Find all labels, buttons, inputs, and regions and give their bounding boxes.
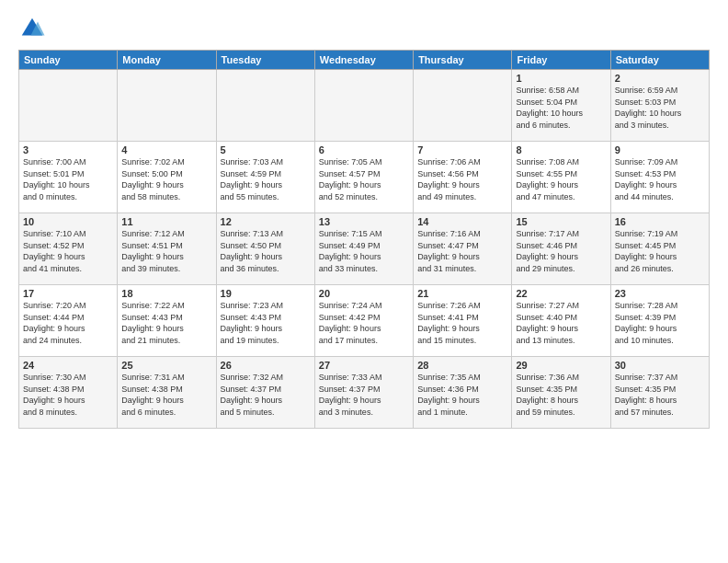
calendar: SundayMondayTuesdayWednesdayThursdayFrid…	[18, 50, 710, 429]
day-number: 26	[221, 360, 311, 371]
day-info: Sunrise: 7:30 AMSunset: 4:38 PMDaylight:…	[23, 372, 113, 418]
calendar-cell: 26Sunrise: 7:32 AMSunset: 4:37 PMDayligh…	[216, 357, 314, 429]
day-info: Sunrise: 6:59 AMSunset: 5:03 PMDaylight:…	[615, 85, 705, 131]
calendar-cell: 8Sunrise: 7:08 AMSunset: 4:55 PMDaylight…	[512, 142, 610, 213]
weekday-header-sunday: Sunday	[19, 51, 118, 70]
day-number: 23	[615, 288, 705, 299]
calendar-cell: 18Sunrise: 7:22 AMSunset: 4:43 PMDayligh…	[118, 285, 216, 357]
day-number: 16	[615, 216, 705, 227]
calendar-cell: 25Sunrise: 7:31 AMSunset: 4:38 PMDayligh…	[118, 357, 216, 429]
day-number: 3	[23, 144, 113, 155]
day-number: 28	[417, 360, 507, 371]
calendar-cell	[216, 70, 314, 142]
day-number: 1	[516, 73, 606, 84]
day-info: Sunrise: 7:10 AMSunset: 4:52 PMDaylight:…	[23, 228, 113, 274]
calendar-cell: 3Sunrise: 7:00 AMSunset: 5:01 PMDaylight…	[19, 142, 118, 213]
day-number: 10	[23, 216, 113, 227]
day-number: 12	[221, 216, 311, 227]
calendar-cell: 1Sunrise: 6:58 AMSunset: 5:04 PMDaylight…	[512, 70, 610, 142]
day-info: Sunrise: 7:13 AMSunset: 4:50 PMDaylight:…	[221, 228, 311, 274]
day-info: Sunrise: 7:27 AMSunset: 4:40 PMDaylight:…	[516, 300, 606, 346]
calendar-cell: 16Sunrise: 7:19 AMSunset: 4:45 PMDayligh…	[610, 213, 709, 285]
day-info: Sunrise: 7:17 AMSunset: 4:46 PMDaylight:…	[516, 228, 606, 274]
day-info: Sunrise: 7:08 AMSunset: 4:55 PMDaylight:…	[516, 156, 606, 202]
day-number: 27	[319, 360, 409, 371]
calendar-cell: 20Sunrise: 7:24 AMSunset: 4:42 PMDayligh…	[314, 285, 413, 357]
calendar-cell: 28Sunrise: 7:35 AMSunset: 4:36 PMDayligh…	[414, 357, 512, 429]
calendar-cell: 6Sunrise: 7:05 AMSunset: 4:57 PMDaylight…	[314, 142, 413, 213]
day-number: 11	[121, 216, 211, 227]
day-info: Sunrise: 7:16 AMSunset: 4:47 PMDaylight:…	[417, 228, 507, 274]
day-number: 29	[516, 360, 606, 371]
week-row-5: 24Sunrise: 7:30 AMSunset: 4:38 PMDayligh…	[19, 357, 710, 429]
day-number: 20	[319, 288, 409, 299]
day-info: Sunrise: 7:06 AMSunset: 4:56 PMDaylight:…	[417, 156, 507, 202]
day-number: 7	[417, 144, 507, 155]
calendar-cell: 7Sunrise: 7:06 AMSunset: 4:56 PMDaylight…	[414, 142, 512, 213]
calendar-cell: 4Sunrise: 7:02 AMSunset: 5:00 PMDaylight…	[118, 142, 216, 213]
logo-icon	[18, 15, 46, 42]
logo	[18, 15, 50, 42]
calendar-cell: 29Sunrise: 7:36 AMSunset: 4:35 PMDayligh…	[512, 357, 610, 429]
calendar-cell: 23Sunrise: 7:28 AMSunset: 4:39 PMDayligh…	[610, 285, 709, 357]
weekday-header-saturday: Saturday	[610, 51, 709, 70]
day-info: Sunrise: 7:33 AMSunset: 4:37 PMDaylight:…	[319, 372, 409, 418]
day-number: 2	[615, 73, 705, 84]
calendar-cell: 11Sunrise: 7:12 AMSunset: 4:51 PMDayligh…	[118, 213, 216, 285]
day-info: Sunrise: 7:20 AMSunset: 4:44 PMDaylight:…	[23, 300, 113, 346]
day-number: 15	[516, 216, 606, 227]
day-info: Sunrise: 7:32 AMSunset: 4:37 PMDaylight:…	[221, 372, 311, 418]
day-info: Sunrise: 7:05 AMSunset: 4:57 PMDaylight:…	[319, 156, 409, 202]
calendar-cell: 9Sunrise: 7:09 AMSunset: 4:53 PMDaylight…	[610, 142, 709, 213]
calendar-cell: 2Sunrise: 6:59 AMSunset: 5:03 PMDaylight…	[610, 70, 709, 142]
day-info: Sunrise: 7:31 AMSunset: 4:38 PMDaylight:…	[121, 372, 211, 418]
day-info: Sunrise: 7:03 AMSunset: 4:59 PMDaylight:…	[221, 156, 311, 202]
day-info: Sunrise: 7:22 AMSunset: 4:43 PMDaylight:…	[121, 300, 211, 346]
day-number: 19	[221, 288, 311, 299]
day-number: 17	[23, 288, 113, 299]
day-number: 14	[417, 216, 507, 227]
weekday-header-row: SundayMondayTuesdayWednesdayThursdayFrid…	[19, 51, 710, 70]
day-number: 24	[23, 360, 113, 371]
day-info: Sunrise: 7:26 AMSunset: 4:41 PMDaylight:…	[417, 300, 507, 346]
day-info: Sunrise: 7:24 AMSunset: 4:42 PMDaylight:…	[319, 300, 409, 346]
day-number: 13	[319, 216, 409, 227]
day-number: 21	[417, 288, 507, 299]
weekday-header-monday: Monday	[118, 51, 216, 70]
day-info: Sunrise: 7:00 AMSunset: 5:01 PMDaylight:…	[23, 156, 113, 202]
day-info: Sunrise: 7:36 AMSunset: 4:35 PMDaylight:…	[516, 372, 606, 418]
day-number: 30	[615, 360, 705, 371]
day-number: 8	[516, 144, 606, 155]
day-info: Sunrise: 7:28 AMSunset: 4:39 PMDaylight:…	[615, 300, 705, 346]
calendar-cell: 10Sunrise: 7:10 AMSunset: 4:52 PMDayligh…	[19, 213, 118, 285]
week-row-1: 1Sunrise: 6:58 AMSunset: 5:04 PMDaylight…	[19, 70, 710, 142]
week-row-2: 3Sunrise: 7:00 AMSunset: 5:01 PMDaylight…	[19, 142, 710, 213]
calendar-cell: 24Sunrise: 7:30 AMSunset: 4:38 PMDayligh…	[19, 357, 118, 429]
day-info: Sunrise: 7:23 AMSunset: 4:43 PMDaylight:…	[221, 300, 311, 346]
day-info: Sunrise: 7:02 AMSunset: 5:00 PMDaylight:…	[121, 156, 211, 202]
week-row-4: 17Sunrise: 7:20 AMSunset: 4:44 PMDayligh…	[19, 285, 710, 357]
calendar-cell: 19Sunrise: 7:23 AMSunset: 4:43 PMDayligh…	[216, 285, 314, 357]
calendar-cell	[314, 70, 413, 142]
day-info: Sunrise: 7:35 AMSunset: 4:36 PMDaylight:…	[417, 372, 507, 418]
calendar-cell: 5Sunrise: 7:03 AMSunset: 4:59 PMDaylight…	[216, 142, 314, 213]
calendar-cell: 15Sunrise: 7:17 AMSunset: 4:46 PMDayligh…	[512, 213, 610, 285]
day-number: 18	[121, 288, 211, 299]
day-number: 25	[121, 360, 211, 371]
weekday-header-tuesday: Tuesday	[216, 51, 314, 70]
week-row-3: 10Sunrise: 7:10 AMSunset: 4:52 PMDayligh…	[19, 213, 710, 285]
day-info: Sunrise: 7:09 AMSunset: 4:53 PMDaylight:…	[615, 156, 705, 202]
calendar-cell: 27Sunrise: 7:33 AMSunset: 4:37 PMDayligh…	[314, 357, 413, 429]
calendar-cell	[118, 70, 216, 142]
header-area	[18, 15, 710, 42]
calendar-cell: 17Sunrise: 7:20 AMSunset: 4:44 PMDayligh…	[19, 285, 118, 357]
day-number: 22	[516, 288, 606, 299]
weekday-header-thursday: Thursday	[414, 51, 512, 70]
day-info: Sunrise: 7:37 AMSunset: 4:35 PMDaylight:…	[615, 372, 705, 418]
day-number: 6	[319, 144, 409, 155]
page: SundayMondayTuesdayWednesdayThursdayFrid…	[0, 0, 728, 563]
calendar-cell	[414, 70, 512, 142]
calendar-cell: 13Sunrise: 7:15 AMSunset: 4:49 PMDayligh…	[314, 213, 413, 285]
day-info: Sunrise: 7:15 AMSunset: 4:49 PMDaylight:…	[319, 228, 409, 274]
day-info: Sunrise: 6:58 AMSunset: 5:04 PMDaylight:…	[516, 85, 606, 131]
